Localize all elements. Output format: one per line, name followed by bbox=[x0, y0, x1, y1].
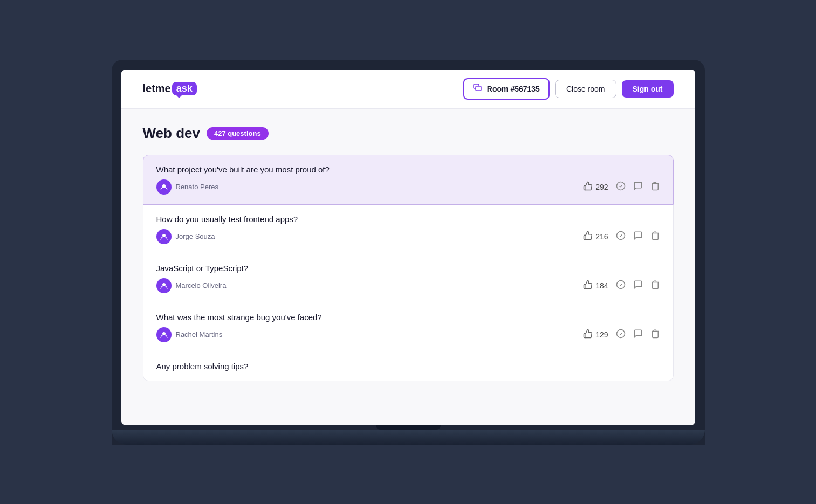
questions-count-badge: 427 questions bbox=[207, 127, 269, 140]
questions-list: What project you've built are you most p… bbox=[143, 155, 674, 381]
author-row: Rachel Martins bbox=[156, 327, 223, 342]
like-icon[interactable] bbox=[583, 280, 593, 291]
question-text: What was the most strange bug you've fac… bbox=[156, 313, 660, 322]
check-icon[interactable] bbox=[616, 329, 626, 341]
check-icon[interactable] bbox=[616, 280, 626, 292]
logo-letme: letme bbox=[143, 82, 171, 95]
logo: letme ask bbox=[143, 82, 197, 95]
like-number: 216 bbox=[595, 232, 608, 241]
author-row: Marcelo Oliveira bbox=[156, 278, 227, 293]
like-icon[interactable] bbox=[583, 329, 593, 340]
comment-icon[interactable] bbox=[633, 231, 643, 243]
trash-icon[interactable] bbox=[650, 181, 660, 193]
trash-icon[interactable] bbox=[650, 231, 660, 243]
room-badge[interactable]: Room #567135 bbox=[463, 78, 550, 100]
comment-icon[interactable] bbox=[633, 181, 643, 193]
author-row: Renato Peres bbox=[156, 179, 219, 195]
trash-icon[interactable] bbox=[650, 329, 660, 341]
comment-icon[interactable] bbox=[633, 329, 643, 341]
like-count: 292 bbox=[583, 181, 608, 192]
question-text: Any problem solving tips? bbox=[156, 362, 660, 371]
question-footer: Marcelo Oliveira 184 bbox=[156, 278, 660, 293]
avatar bbox=[156, 179, 172, 195]
question-footer: Jorge Souza 216 bbox=[156, 229, 660, 244]
check-icon[interactable] bbox=[616, 181, 626, 193]
close-room-button[interactable]: Close room bbox=[555, 80, 616, 98]
header-actions: Room #567135 Close room Sign out bbox=[463, 78, 674, 100]
actions-row: 184 bbox=[583, 280, 660, 292]
question-card: JavaScript or TypeScript? Marcelo Olivei… bbox=[143, 254, 674, 303]
question-footer: Rachel Martins 129 bbox=[156, 327, 660, 342]
check-icon[interactable] bbox=[616, 231, 626, 243]
author-name: Renato Peres bbox=[176, 183, 219, 191]
comment-icon[interactable] bbox=[633, 280, 643, 292]
author-name: Rachel Martins bbox=[176, 330, 223, 339]
author-name: Jorge Souza bbox=[176, 232, 215, 240]
question-footer: Renato Peres 292 bbox=[156, 179, 660, 195]
like-count: 216 bbox=[583, 231, 608, 242]
trash-icon[interactable] bbox=[650, 280, 660, 292]
like-icon[interactable] bbox=[583, 181, 593, 192]
room-icon bbox=[473, 84, 483, 94]
question-text: JavaScript or TypeScript? bbox=[156, 264, 660, 273]
question-card: What project you've built are you most p… bbox=[143, 155, 674, 205]
like-count: 129 bbox=[583, 329, 608, 340]
question-card: What was the most strange bug you've fac… bbox=[143, 303, 674, 352]
logo-ask: ask bbox=[172, 82, 197, 95]
avatar bbox=[156, 278, 172, 293]
svg-rect-1 bbox=[476, 86, 481, 91]
page-title: Web dev bbox=[143, 125, 200, 142]
author-row: Jorge Souza bbox=[156, 229, 215, 244]
like-count: 184 bbox=[583, 280, 608, 291]
avatar bbox=[156, 327, 172, 342]
actions-row: 216 bbox=[583, 231, 660, 243]
avatar bbox=[156, 229, 172, 244]
sign-out-button[interactable]: Sign out bbox=[622, 80, 674, 98]
question-text: How do you usually test frontend apps? bbox=[156, 215, 660, 224]
like-number: 292 bbox=[595, 183, 608, 191]
actions-row: 129 bbox=[583, 329, 660, 341]
page-title-row: Web dev 427 questions bbox=[143, 125, 674, 142]
like-number: 184 bbox=[595, 281, 608, 290]
like-number: 129 bbox=[595, 330, 608, 339]
question-card: How do you usually test frontend apps? J… bbox=[143, 205, 674, 254]
question-text: What project you've built are you most p… bbox=[156, 165, 660, 174]
author-name: Marcelo Oliveira bbox=[176, 281, 227, 289]
question-card-partial: Any problem solving tips? bbox=[143, 352, 674, 381]
actions-row: 292 bbox=[583, 181, 660, 193]
room-number: Room #567135 bbox=[487, 85, 540, 93]
like-icon[interactable] bbox=[583, 231, 593, 242]
